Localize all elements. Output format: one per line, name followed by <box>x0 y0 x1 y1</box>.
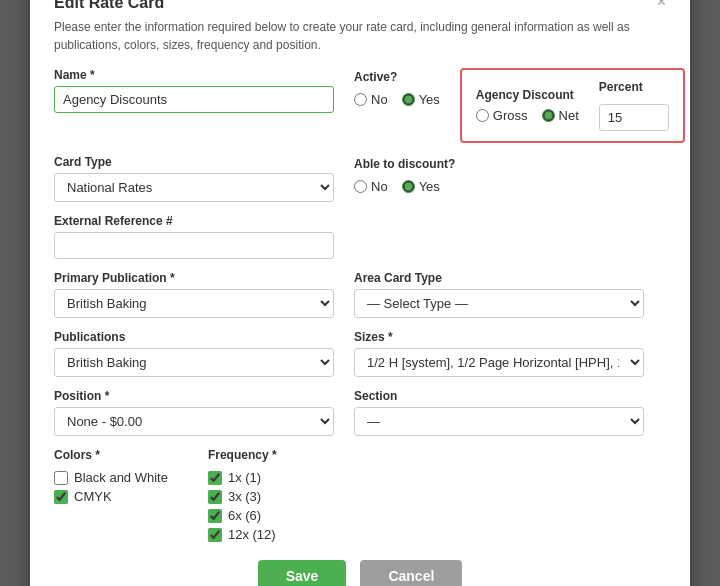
position-label: Position * <box>54 389 334 403</box>
color-bw-label: Black and White <box>74 470 168 485</box>
able-yes-radio[interactable]: Yes <box>402 179 440 194</box>
section-label: Section <box>354 389 644 403</box>
sizes-label: Sizes * <box>354 330 644 344</box>
close-button[interactable]: × <box>657 0 666 10</box>
button-row: Save Cancel <box>54 560 666 586</box>
frequency-group: Frequency * 1x (1) 3x (3) 6x (6) 12x (12… <box>208 448 277 542</box>
freq-3x-label: 3x (3) <box>228 489 261 504</box>
edit-rate-card-modal: Edit Rate Card × Please enter the inform… <box>30 0 690 586</box>
cancel-button[interactable]: Cancel <box>360 560 462 586</box>
freq-12x-item[interactable]: 12x (12) <box>208 527 277 542</box>
freq-3x-checkbox[interactable] <box>208 490 222 504</box>
freq-1x-label: 1x (1) <box>228 470 261 485</box>
color-cmyk-label: CMYK <box>74 489 112 504</box>
freq-1x-item[interactable]: 1x (1) <box>208 470 277 485</box>
primary-pub-label: Primary Publication * <box>54 271 334 285</box>
position-select[interactable]: None - $0.00 <box>54 407 334 436</box>
active-label: Active? <box>354 70 440 84</box>
color-bw-item[interactable]: Black and White <box>54 470 168 485</box>
freq-12x-checkbox[interactable] <box>208 528 222 542</box>
freq-12x-label: 12x (12) <box>228 527 276 542</box>
name-label: Name * <box>54 68 334 82</box>
able-discount-label: Able to discount? <box>354 157 455 171</box>
active-yes-radio[interactable]: Yes <box>402 92 440 107</box>
percent-label: Percent <box>599 80 669 94</box>
save-button[interactable]: Save <box>258 560 347 586</box>
primary-pub-select[interactable]: British Baking <box>54 289 334 318</box>
color-cmyk-item[interactable]: CMYK <box>54 489 168 504</box>
able-no-radio[interactable]: No <box>354 179 388 194</box>
freq-1x-checkbox[interactable] <box>208 471 222 485</box>
card-type-label: Card Type <box>54 155 334 169</box>
agency-gross-radio[interactable]: Gross <box>476 108 528 123</box>
modal-title: Edit Rate Card <box>54 0 164 12</box>
color-bw-checkbox[interactable] <box>54 471 68 485</box>
sizes-select[interactable]: 1/2 H [system], 1/2 Page Horizontal [HPH… <box>354 348 644 377</box>
card-type-select[interactable]: National Rates Agency Rates Special Rate… <box>54 173 334 202</box>
area-card-type-label: Area Card Type <box>354 271 644 285</box>
active-no-radio[interactable]: No <box>354 92 388 107</box>
freq-6x-label: 6x (6) <box>228 508 261 523</box>
percent-input[interactable] <box>599 104 669 131</box>
external-ref-input[interactable] <box>54 232 334 259</box>
area-card-type-select[interactable]: — Select Type — <box>354 289 644 318</box>
modal-subtitle: Please enter the information required be… <box>54 18 666 54</box>
section-select[interactable]: — <box>354 407 644 436</box>
agency-discount-label: Agency Discount <box>476 88 579 102</box>
freq-6x-item[interactable]: 6x (6) <box>208 508 277 523</box>
freq-3x-item[interactable]: 3x (3) <box>208 489 277 504</box>
agency-net-radio[interactable]: Net <box>542 108 579 123</box>
name-input[interactable] <box>54 86 334 113</box>
colors-label: Colors * <box>54 448 168 462</box>
color-cmyk-checkbox[interactable] <box>54 490 68 504</box>
external-ref-label: External Reference # <box>54 214 334 228</box>
publications-select[interactable]: British Baking <box>54 348 334 377</box>
publications-label: Publications <box>54 330 334 344</box>
agency-discount-box: Agency Discount Gross Net Percent <box>460 68 685 143</box>
colors-group: Colors * Black and White CMYK <box>54 448 168 542</box>
frequency-label: Frequency * <box>208 448 277 462</box>
freq-6x-checkbox[interactable] <box>208 509 222 523</box>
